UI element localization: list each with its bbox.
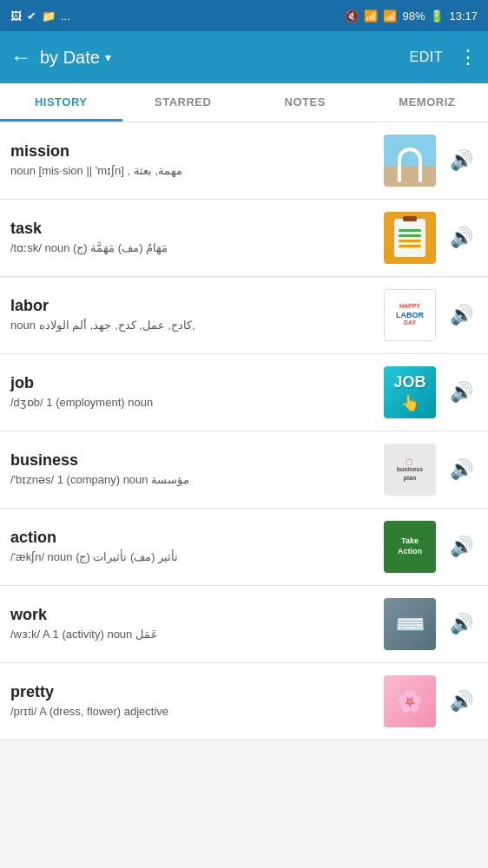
sound-button-action[interactable]: 🔊: [445, 530, 478, 563]
word-image-job[interactable]: JOB 👆: [384, 366, 436, 418]
battery-percent: 98%: [402, 10, 425, 23]
word-list: mission noun [mis·sion || 'mɪʃn] , مهمة,…: [0, 122, 488, 740]
word-content-pretty: pretty /prɪti/ A (dress, flower) adjecti…: [10, 683, 375, 720]
status-left-icons: 🖼 ✔ 📁 ...: [10, 10, 70, 23]
word-definition: /'ækʃn/ noun تأثير (مف) تأثيرات (ج): [10, 549, 375, 565]
tab-notes[interactable]: NOTES: [244, 83, 366, 122]
sound-button-mission[interactable]: 🔊: [445, 144, 478, 177]
list-item: mission noun [mis·sion || 'mɪʃn] , مهمة,…: [0, 122, 488, 200]
speaker-icon: 🔊: [450, 381, 473, 404]
check-icon: ✔: [27, 10, 36, 23]
word-image-work[interactable]: ⌨️: [384, 598, 436, 650]
sound-button-labor[interactable]: 🔊: [445, 299, 478, 332]
word-definition: /'bɪznəs/ 1 (company) noun مؤسسة: [10, 472, 375, 488]
word-content-business: business /'bɪznəs/ 1 (company) noun مؤسس…: [10, 451, 375, 488]
tab-history[interactable]: HISTORY: [0, 83, 122, 122]
list-item: work /wɜːk/ A 1 (activity) noun عَمَل ⌨️…: [0, 586, 488, 663]
word-content-action: action /'ækʃn/ noun تأثير (مف) تأثيرات (…: [10, 529, 375, 565]
gallery-icon: 🖼: [10, 10, 22, 23]
speaker-icon: 🔊: [450, 227, 473, 249]
mute-icon: 🔇: [345, 10, 359, 23]
speaker-icon: 🔊: [450, 690, 473, 713]
sound-button-work[interactable]: 🔊: [445, 608, 478, 641]
list-item: pretty /prɪti/ A (dress, flower) adjecti…: [0, 663, 488, 740]
more-options-icon[interactable]: ⋮: [458, 46, 478, 69]
word-image-business[interactable]: 📋businessplan: [384, 444, 436, 496]
sound-button-business[interactable]: 🔊: [445, 453, 478, 486]
list-item: task /tɑːsk/ noun مَهَامُ (مف) مَهَمَّة …: [0, 200, 488, 277]
chevron-down-icon: ▾: [105, 50, 111, 64]
word-title: work: [10, 606, 375, 624]
sd-icon: 📁: [42, 10, 56, 23]
tab-starred[interactable]: STARRED: [122, 83, 245, 122]
battery-icon: 🔋: [430, 10, 444, 23]
tab-bar: HISTORY STARRED NOTES MEMORIZ: [0, 83, 488, 122]
list-item: action /'ækʃn/ noun تأثير (مف) تأثيرات (…: [0, 509, 488, 586]
speaker-icon: 🔊: [450, 304, 473, 326]
status-bar: 🖼 ✔ 📁 ... 🔇 📶 📶 98% 🔋 13:17: [0, 0, 488, 31]
word-image-mission[interactable]: [384, 135, 436, 187]
word-image-task[interactable]: [384, 212, 436, 264]
tab-memoriz[interactable]: MEMORIZ: [366, 83, 489, 122]
word-title: action: [10, 529, 375, 547]
word-title: labor: [10, 297, 375, 315]
app-bar-title-container[interactable]: by Date ▾: [40, 48, 111, 68]
word-content-labor: labor noun كادح, عمل, كدح, جهد, ألم الول…: [10, 297, 375, 333]
word-definition: /prɪti/ A (dress, flower) adjective: [10, 704, 375, 720]
word-image-pretty[interactable]: 🌸: [384, 675, 436, 727]
app-bar-right: EDIT ⋮: [410, 46, 478, 69]
word-image-action[interactable]: TakeAction: [384, 521, 436, 573]
word-definition: /dʒɒb/ 1 (employment) noun: [10, 395, 375, 411]
app-bar-left: ← by Date ▾: [10, 45, 111, 69]
word-content-task: task /tɑːsk/ noun مَهَامُ (مف) مَهَمَّة …: [10, 220, 375, 256]
word-image-labor[interactable]: HAPPY LABOR DAY: [384, 289, 436, 341]
app-bar-title-text: by Date: [40, 48, 100, 68]
sound-button-job[interactable]: 🔊: [445, 376, 478, 409]
speaker-icon: 🔊: [450, 458, 473, 481]
back-button[interactable]: ←: [10, 45, 31, 69]
word-definition: noun [mis·sion || 'mɪʃn] , مهمة, بعثة: [10, 163, 375, 179]
list-item: labor noun كادح, عمل, كدح, جهد, ألم الول…: [0, 277, 488, 354]
word-title: task: [10, 220, 375, 238]
word-definition: /tɑːsk/ noun مَهَامُ (مف) مَهَمَّة (ج): [10, 240, 375, 256]
word-content-work: work /wɜːk/ A 1 (activity) noun عَمَل: [10, 606, 375, 642]
app-bar: ← by Date ▾ EDIT ⋮: [0, 31, 488, 83]
word-content-job: job /dʒɒb/ 1 (employment) noun: [10, 374, 375, 411]
clock: 13:17: [449, 10, 478, 23]
word-title: job: [10, 374, 375, 392]
list-item: job /dʒɒb/ 1 (employment) noun JOB 👆 🔊: [0, 354, 488, 431]
word-title: business: [10, 451, 375, 470]
word-definition: noun كادح, عمل, كدح, جهد, ألم الولاده,: [10, 318, 375, 333]
ellipsis-icon: ...: [61, 10, 70, 23]
sound-button-task[interactable]: 🔊: [445, 221, 478, 254]
wifi-icon: 📶: [364, 10, 378, 23]
speaker-icon: 🔊: [450, 613, 473, 635]
speaker-icon: 🔊: [450, 536, 473, 558]
speaker-icon: 🔊: [450, 149, 473, 172]
edit-button[interactable]: EDIT: [410, 49, 443, 65]
list-item: business /'bɪznəs/ 1 (company) noun مؤسس…: [0, 431, 488, 509]
signal-icon: 📶: [383, 10, 397, 23]
word-title: mission: [10, 142, 375, 161]
word-title: pretty: [10, 683, 375, 701]
status-right-icons: 🔇 📶 📶 98% 🔋 13:17: [345, 10, 478, 23]
word-definition: /wɜːk/ A 1 (activity) noun عَمَل: [10, 627, 375, 642]
sound-button-pretty[interactable]: 🔊: [445, 685, 478, 718]
word-content-mission: mission noun [mis·sion || 'mɪʃn] , مهمة,…: [10, 142, 375, 179]
